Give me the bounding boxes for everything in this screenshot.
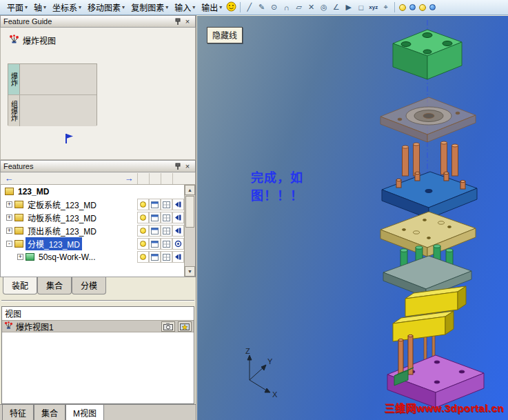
window-state-cell[interactable] <box>149 199 161 210</box>
expand-toggle[interactable]: + <box>6 228 12 234</box>
grid-state-cell[interactable] <box>161 199 172 210</box>
visibility-cell[interactable] <box>137 238 149 250</box>
blue-flag-icon[interactable] <box>64 132 74 147</box>
tree-item-label[interactable]: 123_MD <box>16 186 51 197</box>
anchor-icon <box>174 214 182 221</box>
window-state-cell[interactable] <box>149 251 161 263</box>
features-tab-strip: 装配 集合 分模 <box>0 277 196 295</box>
menu-coordsys[interactable]: 坐标系▾ <box>50 0 84 14</box>
tab-parting[interactable]: 分模 <box>72 277 106 294</box>
erase-tool-icon[interactable]: ✕ <box>305 3 317 12</box>
smiley-icon[interactable] <box>225 1 237 13</box>
row-state-cells <box>137 199 184 210</box>
annotation-line-1: 完成，如 <box>251 169 303 187</box>
group-explode-button[interactable]: 组爆炸 <box>8 95 20 126</box>
menu-plane[interactable]: 平面▾ <box>4 0 30 14</box>
column-header-cell <box>137 173 149 184</box>
window-icon <box>151 201 159 208</box>
tree-row-selected[interactable]: - 分模_123_MD <box>1 237 184 250</box>
arc-tool-icon[interactable]: ∩ <box>281 3 292 12</box>
panel-splitter[interactable] <box>0 295 196 306</box>
collapse-toggle[interactable]: - <box>6 241 12 247</box>
tree-row-root[interactable]: 123_MD <box>1 185 184 198</box>
grid-state-cell[interactable] <box>161 251 172 263</box>
chevron-down-icon: ▾ <box>165 4 168 10</box>
menu-copy-element-label: 复制图素 <box>131 1 164 13</box>
window-state-cell[interactable] <box>149 225 161 237</box>
3d-viewport[interactable]: 隐藏线 完成，如 图！！！ <box>197 16 508 420</box>
select-tool-icon[interactable]: ▶ <box>343 3 354 12</box>
grid-state-cell[interactable] <box>161 225 172 237</box>
scroll-thumb[interactable] <box>185 196 194 228</box>
tree-scrollbar[interactable]: ▲ ▼ <box>184 185 195 277</box>
circle-tool-icon[interactable]: ⊙ <box>268 3 280 12</box>
visibility-cell[interactable] <box>137 199 149 210</box>
window-state-cell[interactable] <box>149 212 161 223</box>
anchor-cell[interactable] <box>172 251 184 263</box>
menu-output[interactable]: 输出▾ <box>199 0 225 14</box>
scroll-up-icon[interactable]: ▲ <box>185 185 195 195</box>
render-mode-icon[interactable] <box>409 4 416 10</box>
menu-axis[interactable]: 轴▾ <box>31 0 49 14</box>
close-icon[interactable]: × <box>183 17 192 26</box>
tab-sets[interactable]: 集合 <box>34 405 65 420</box>
light-toggle-icon[interactable] <box>399 4 406 11</box>
scroll-down-icon[interactable]: ▼ <box>185 266 195 277</box>
pin-icon[interactable] <box>173 17 183 26</box>
tree-row[interactable]: + 定板系统_123_MD <box>1 198 184 211</box>
view-item-exploded-1[interactable]: 爆炸视图1 <box>2 320 194 332</box>
polyline-tool-icon[interactable]: ∠ <box>330 3 342 12</box>
render-view-button[interactable] <box>178 321 192 332</box>
zoom-tool-icon[interactable]: ◎ <box>318 3 329 12</box>
pin-icon[interactable] <box>173 162 183 171</box>
tree-item-label-selected[interactable]: 分模_123_MD <box>26 237 82 250</box>
anchor-cell[interactable] <box>172 212 184 223</box>
line-tool-icon[interactable]: ╱ <box>243 3 255 12</box>
visibility-cell[interactable] <box>137 251 149 263</box>
xyz-axis-icon[interactable]: xyz <box>367 4 379 10</box>
explode-button[interactable]: 爆炸 <box>8 64 20 94</box>
menu-copy-element[interactable]: 复制图素▾ <box>128 0 171 14</box>
tab-set[interactable]: 集合 <box>37 277 72 294</box>
plane-tool-icon[interactable]: ▱ <box>293 3 305 12</box>
menu-move-element[interactable]: 移动图素▾ <box>85 0 128 14</box>
target-tool-icon[interactable]: ⌖ <box>380 3 392 12</box>
nav-back-icon[interactable]: ← <box>1 174 17 183</box>
anchor-cell[interactable] <box>172 238 184 250</box>
light-toggle-icon[interactable] <box>419 4 426 11</box>
tree-item-label[interactable]: 50sq-Work-W... <box>37 252 97 263</box>
hidden-line-button[interactable]: 隐藏线 <box>207 27 243 43</box>
tree-row[interactable]: + 顶出系统_123_MD <box>1 224 184 237</box>
expand-toggle[interactable]: + <box>17 254 23 260</box>
menu-input[interactable]: 输入▾ <box>172 0 198 14</box>
chevron-down-icon: ▾ <box>79 4 81 10</box>
tree-item-label[interactable]: 定板系统_123_MD <box>26 198 99 211</box>
assembly-icon <box>14 240 23 248</box>
pencil-tool-icon[interactable]: ✎ <box>256 3 267 12</box>
close-icon[interactable]: × <box>183 162 192 171</box>
render-mode-icon[interactable] <box>429 4 436 10</box>
camera-button[interactable] <box>161 321 175 332</box>
tree-item-label[interactable]: 动板系统_123_MD <box>26 211 99 224</box>
tab-m-views[interactable]: M视图 <box>65 405 104 420</box>
grid-state-cell[interactable] <box>161 238 172 250</box>
anchor-cell[interactable] <box>172 225 184 237</box>
window-icon <box>151 214 159 221</box>
expand-toggle[interactable]: + <box>6 214 12 221</box>
grid-state-cell[interactable] <box>161 212 172 223</box>
tree-row[interactable]: + 动板系统_123_MD <box>1 211 184 224</box>
grid-tool-icon[interactable]: □ <box>355 3 367 12</box>
expand-toggle[interactable]: + <box>6 201 12 208</box>
view-item-label[interactable]: 爆炸视图1 <box>16 321 54 332</box>
tab-features[interactable]: 特征 <box>2 405 34 420</box>
visibility-cell[interactable] <box>137 225 149 237</box>
anchor-cell[interactable] <box>172 199 184 210</box>
tree-row[interactable]: + 50sq-Work-W... <box>1 250 184 263</box>
window-state-cell[interactable] <box>149 238 161 250</box>
nav-forward-icon[interactable]: → <box>121 174 137 183</box>
bulb-icon <box>140 228 146 234</box>
visibility-cell[interactable] <box>137 212 149 223</box>
tree-item-label[interactable]: 顶出系统_123_MD <box>26 224 99 237</box>
tab-assembly[interactable]: 装配 <box>3 277 37 294</box>
explode-option-cell <box>20 64 96 94</box>
